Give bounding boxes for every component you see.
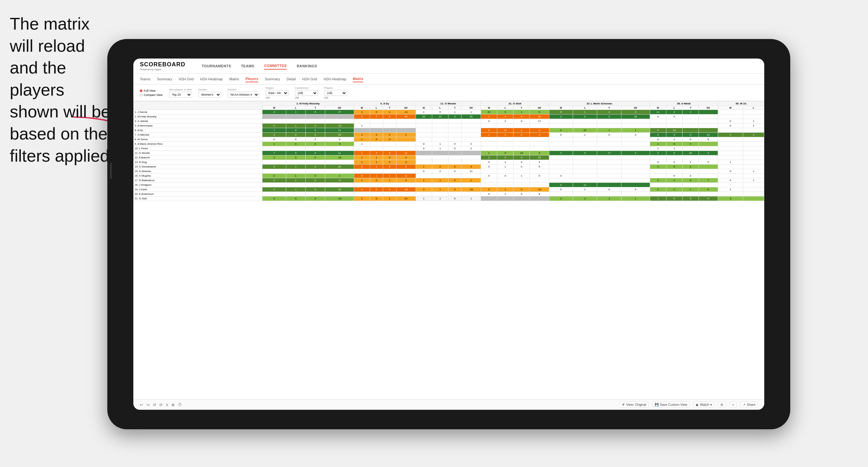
sub-l7: L (743, 106, 764, 110)
players-select[interactable]: (All) (324, 90, 347, 96)
timer-icon[interactable]: ⏱ (178, 403, 182, 407)
watch-chevron: ▾ (710, 403, 712, 406)
matrix-cell: 0 (718, 169, 743, 174)
nav-tournaments[interactable]: TOURNAMENTS (202, 63, 231, 69)
matrix-cell: 4 (650, 151, 666, 155)
tab-matrix2[interactable]: Matrix (353, 76, 363, 82)
matrix-cell: 3 (743, 133, 764, 137)
player-name: 20. E Andersson (134, 192, 262, 196)
region-select[interactable]: East - DII (266, 90, 288, 96)
matrix-cell: 1 (383, 178, 397, 183)
save-custom-btn[interactable]: 💾 Save Custom View (652, 402, 689, 408)
matrix-cell (549, 142, 573, 146)
matrix-cell: 1 (305, 137, 325, 142)
division-select[interactable]: NCAA Division II (228, 92, 259, 98)
col-schumac: 23. L Marie Schumac (549, 101, 650, 106)
matrix-cell (743, 196, 764, 201)
tab-h2h-heatmap2[interactable]: H2H Heatmap (323, 76, 346, 82)
expand-btn[interactable]: ⤢ (730, 402, 737, 408)
player-name: 1. J Garcia (134, 110, 262, 115)
tab-summary[interactable]: Summary (157, 76, 172, 82)
share-btn[interactable]: ↗ Share (741, 402, 758, 408)
matrix-cell (621, 160, 650, 164)
matrix-cell: -20 (396, 187, 415, 192)
max-players-select[interactable]: Top 25 (169, 92, 192, 98)
matrix-cell: 7 (699, 178, 718, 183)
matrix-cell: 0 (305, 151, 325, 155)
matrix-cell (549, 155, 573, 160)
matrix-cell: -9 (325, 142, 354, 146)
matrix-cell (718, 183, 743, 187)
col-mulcahy: 2. M Kelly Mulcahy (262, 101, 354, 106)
matrix-cell: 1 (432, 196, 448, 201)
tab-matrix[interactable]: Matrix (229, 76, 239, 82)
matrix-cell (514, 169, 530, 174)
matrix-cell: 0 (305, 110, 325, 115)
tab-teams[interactable]: Teams (140, 76, 150, 82)
settings-btn[interactable]: ⚙ (718, 402, 725, 408)
redo-icon[interactable]: ↪ (146, 403, 150, 407)
tab-players[interactable]: Players (246, 76, 258, 82)
watch-btn[interactable]: ◉ Watch ▾ (693, 402, 714, 408)
matrix-cell (396, 183, 415, 187)
view-original-btn[interactable]: 👁 View: Original (620, 402, 649, 408)
matrix-cell: 0 (286, 196, 305, 201)
matrix-cell: 1 (354, 160, 370, 164)
matrix-cell (286, 169, 305, 174)
matrix-cell (415, 133, 432, 137)
tab-detail[interactable]: Detail (286, 76, 296, 82)
reload-icon[interactable]: ⟳ (159, 403, 163, 407)
matrix-cell: 1 (354, 155, 370, 160)
matrix-cell: 4 (396, 155, 415, 160)
list-icon[interactable]: ≡ (166, 403, 168, 407)
conference-select[interactable]: (All) (295, 90, 318, 96)
matrix-cell (743, 183, 764, 187)
matrix-cell: 17 (597, 151, 621, 155)
refresh-icon[interactable]: ↺ (153, 403, 156, 407)
sub-dif3: Dif (462, 106, 481, 110)
matrix-cell (514, 178, 530, 183)
tab-h2h-heatmap[interactable]: H2H Heatmap (200, 76, 223, 82)
matrix-cell: 2 (718, 187, 743, 192)
tab-h2h-grid2[interactable]: H2H Grid (302, 76, 317, 82)
matrix-cell: 1 (514, 110, 530, 115)
matrix-scroll-area[interactable]: 2. M Kelly Mulcahy 6. A Dy 11. G Woods 2… (133, 101, 764, 399)
matrix-cell: 4 (621, 187, 650, 192)
sub-t6: T (682, 106, 699, 110)
full-view-radio[interactable] (140, 89, 143, 92)
matrix-cell (305, 115, 325, 119)
tab-h2h-grid[interactable]: H2H Grid (179, 76, 193, 82)
add-icon[interactable]: ⊕ (172, 403, 175, 407)
matrix-cell: 0 (666, 174, 682, 178)
players-label: Players (324, 87, 347, 89)
matrix-cell (415, 160, 432, 164)
matrix-cell (718, 137, 743, 142)
compact-view-option[interactable]: Compact View (140, 93, 163, 97)
sub-w4: W (480, 106, 497, 110)
matrix-cell: 10 (432, 115, 448, 119)
matrix-cell (530, 146, 549, 151)
compact-view-radio[interactable] (140, 94, 143, 96)
matrix-cell (286, 160, 305, 164)
matrix-cell: 0 (480, 119, 497, 124)
matrix-cell (743, 155, 764, 160)
matrix-cell (370, 146, 383, 151)
player-name: 18. J Hodgson (134, 183, 262, 187)
matrix-cell: 1 (415, 178, 432, 183)
undo-icon[interactable]: ↩ (140, 403, 143, 407)
matrix-cell: 0 (597, 187, 621, 192)
matrix-cell (650, 183, 666, 187)
nav-committee[interactable]: COMMITTEE (264, 62, 287, 70)
matrix-cell: 1 (650, 142, 666, 146)
matrix-cell: 14 (396, 196, 415, 201)
nav-rankings[interactable]: RANKINGS (297, 63, 317, 69)
gender-select[interactable]: Women's (198, 92, 221, 98)
full-view-option[interactable]: Full View (140, 89, 163, 92)
matrix-cell: 0 (514, 160, 530, 164)
nav-teams[interactable]: TEAMS (241, 63, 254, 69)
tab-summary2[interactable]: Summary (265, 76, 280, 82)
matrix-cell (415, 119, 432, 124)
matrix-cell (354, 119, 370, 124)
sub-dif2: Dif (396, 106, 415, 110)
matrix-cell: 1 (597, 196, 621, 201)
